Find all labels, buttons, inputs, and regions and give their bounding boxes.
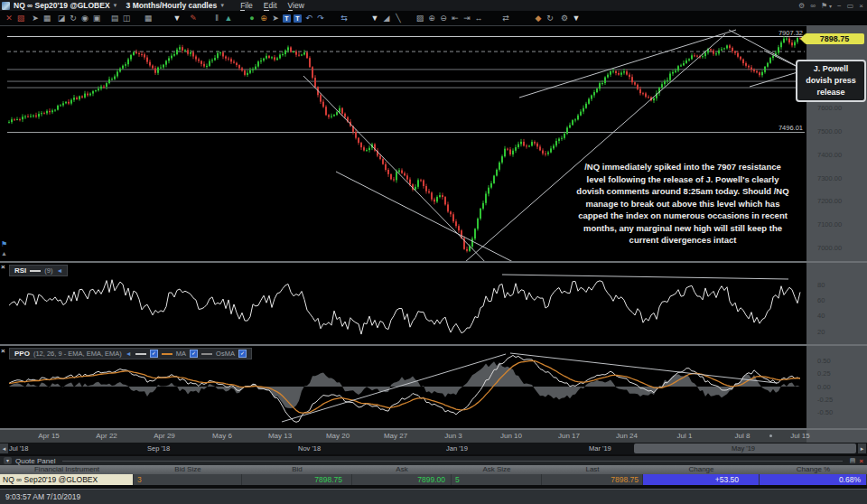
date-label: Apr 22 — [96, 432, 117, 440]
rsi-scale-label: 80 — [817, 281, 825, 289]
app-logo-icon — [2, 2, 10, 10]
ppo-series-checkbox-ma[interactable]: ✓ — [190, 350, 198, 358]
flip-icon[interactable]: ⇆ — [340, 14, 349, 23]
quote-cell-last: 7898.75 — [542, 474, 643, 485]
flag-marker-icon[interactable]: ⚑ — [1, 240, 7, 248]
symbol-dropdown-icon[interactable]: ▼ — [113, 3, 118, 8]
date-label: Jul 15 — [790, 432, 809, 440]
quote-panel-close-icon[interactable]: × — [859, 457, 863, 465]
highlight-tool-icon[interactable]: ◆ — [534, 14, 543, 23]
drawing-tools-dropdown-icon[interactable]: ▼ — [172, 14, 182, 23]
pointer-tool-icon[interactable]: ➤ — [31, 14, 40, 23]
patterns-dropdown-icon[interactable]: ▼ — [370, 14, 379, 23]
rotate-tool-icon[interactable]: ↻ — [69, 14, 78, 23]
symbol-title[interactable]: NQ ∞ Sep20'19 @GLOBEX — [14, 1, 110, 10]
timeframe-dropdown-icon[interactable]: ▼ — [219, 3, 225, 8]
stamp-tool-icon[interactable]: ◪ — [57, 14, 66, 23]
timeline-scrollbar[interactable]: ◂ ▸ Jul '18Sep '18Nov '18Jan '19Mar '19M… — [0, 443, 867, 454]
pin-icon[interactable]: ⚑ — [821, 2, 827, 10]
quote-col-bid: Bid — [242, 465, 352, 474]
svg-text:7496.01: 7496.01 — [778, 124, 803, 132]
date-label: Jul 1 — [677, 432, 693, 440]
timeline-month-label: Jan '19 — [446, 444, 468, 453]
quote-cell-bid: 7898.75 — [242, 474, 352, 485]
zoom-out-icon[interactable]: ⊖ — [439, 14, 448, 23]
rsi-scale-label: 20 — [817, 328, 825, 336]
ppo-legend-line-ma — [162, 353, 172, 355]
snapshot-icon[interactable]: ▤ — [110, 14, 119, 23]
grid-2x2-icon[interactable]: ▦ — [144, 14, 153, 23]
ppo-series-checkbox-osma[interactable]: ✓ — [238, 350, 247, 358]
pan-left-icon[interactable]: ⇤ — [451, 14, 460, 23]
ppo-series-checkbox-ppo[interactable]: ✓ — [150, 350, 158, 358]
marquee-select-icon[interactable]: ▧ — [16, 14, 25, 23]
ppo-scale-label: 0.50 — [817, 357, 831, 365]
quote-cell-ask: 7899.00 — [352, 474, 452, 485]
chart-top-border — [0, 25, 867, 26]
quote-panel-menu-icon[interactable]: ▤ — [850, 457, 856, 464]
quote-cell-financial-instrument[interactable]: NQ ∞ Sep20'19 @GLOBEX — [0, 474, 134, 485]
drawing-toolbar: ✕▧➤▦◪↻◉▣▤◫▦▼✎‖▲●⊕➤TT↶↷⇆▼◢╲▨⊕⊖⇤⇥↔⇄◆↻⚙▼ — [0, 11, 867, 25]
ppo-close-button[interactable]: × — [1, 347, 5, 355]
rsi-panel[interactable] — [0, 263, 806, 344]
candle-spacing-icon[interactable]: ⇄ — [501, 14, 510, 23]
chart-style-icon[interactable]: ‖ — [212, 14, 221, 23]
link-icon[interactable]: ∞ — [810, 2, 816, 10]
rsi-close-button[interactable]: × — [1, 263, 5, 271]
powell-callout-box[interactable]: J. Powell dovish press release — [796, 60, 866, 102]
chart-settings-icon[interactable]: ⚙ — [560, 14, 569, 23]
trendline-tool-icon[interactable]: ╲ — [394, 14, 403, 23]
cursor-select-icon[interactable]: ➤ — [271, 14, 280, 23]
ellipse-tool-icon[interactable]: ◉ — [80, 14, 89, 23]
ppo-legend-label-ma: MA — [176, 350, 186, 358]
settings-gear-icon[interactable]: ⚙ — [798, 2, 805, 10]
image-tool-icon[interactable]: ▣ — [92, 14, 101, 23]
hatch-tool-icon[interactable]: ▨ — [415, 14, 424, 23]
date-label: Jul 8 — [735, 432, 750, 440]
angle-tool-icon[interactable]: ◢ — [382, 14, 391, 23]
date-label: Apr 15 — [38, 432, 60, 440]
scroll-marker-icon[interactable]: ▲ — [1, 250, 7, 257]
quote-row[interactable]: NQ ∞ Sep20'19 @GLOBEX37898.757899.005789… — [0, 474, 867, 485]
pencil-draw-icon[interactable]: ✎ — [189, 14, 198, 23]
timeline-month-label: Nov '18 — [298, 444, 321, 453]
pan-right-icon[interactable]: ⇥ — [462, 14, 471, 23]
text-note-icon[interactable]: T — [294, 14, 302, 23]
timeline-month-label: Mar '19 — [589, 444, 611, 453]
zoom-in-icon[interactable]: ⊕ — [427, 14, 436, 23]
ppo-title: PPO — [14, 350, 30, 358]
timeframe-selector[interactable]: 3 Months/Hourly candles — [126, 1, 218, 10]
scroll-left-button[interactable]: ◂ — [0, 443, 8, 453]
quote-panel-rule — [62, 461, 842, 462]
triangle-pattern-icon[interactable]: ▲ — [224, 14, 233, 23]
circle-study-icon[interactable]: ● — [247, 14, 256, 23]
ppo-settings-icon[interactable]: ◄ — [126, 350, 132, 357]
rsi-title: RSI — [14, 266, 26, 275]
status-datetime: 9:03:57 AM 7/10/2019 — [5, 492, 80, 501]
price-axis-label: 7400.00 — [817, 151, 842, 159]
scroll-right-button[interactable]: ▸ — [858, 443, 866, 453]
last-price-badge: 7898.75 — [805, 33, 864, 44]
rsi-settings-icon[interactable]: ◄ — [57, 267, 63, 274]
layout-grid-icon[interactable]: ◫ — [122, 14, 131, 23]
undo-icon[interactable]: ↶ — [304, 14, 313, 23]
grid-style-icon[interactable]: ▦ — [42, 14, 51, 23]
menu-view[interactable]: View — [288, 1, 304, 10]
chart-annotation-note[interactable]: /NQ immediately spiked into the 7907 res… — [538, 161, 827, 247]
pin-dropdown-icon[interactable]: ▾ — [829, 3, 832, 9]
date-axis: Apr 15Apr 22Apr 29May 6May 13May 20May 2… — [0, 430, 806, 443]
minimize-icon[interactable]: − — [837, 2, 842, 10]
crosshair-icon[interactable]: ⊕ — [259, 14, 268, 23]
more-tools-dropdown-icon[interactable]: ▼ — [572, 14, 581, 23]
restore-icon[interactable]: ▭ — [847, 2, 854, 10]
quote-panel-collapse-button[interactable]: ▾ — [4, 457, 12, 464]
close-drawing-icon[interactable]: ✕ — [5, 14, 14, 23]
menu-edit[interactable]: Edit — [264, 1, 277, 10]
title-bar: NQ ∞ Sep20'19 @GLOBEX ▼ 3 Months/Hourly … — [0, 0, 867, 11]
text-label-icon[interactable]: T — [283, 14, 291, 23]
close-icon[interactable]: × — [859, 2, 863, 10]
refresh-chart-icon[interactable]: ↻ — [545, 14, 555, 23]
candle-width-icon[interactable]: ↔ — [474, 14, 483, 23]
menu-file[interactable]: File — [240, 1, 253, 10]
redo-icon[interactable]: ↷ — [316, 14, 325, 23]
